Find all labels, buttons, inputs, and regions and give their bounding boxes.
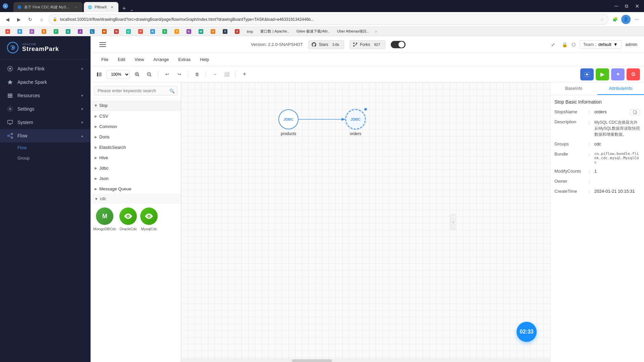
menu-extras[interactable]: Extras — [174, 55, 195, 64]
new-tab-btn[interactable]: ＋ — [121, 4, 127, 12]
close-btn[interactable]: ✕ — [635, 3, 639, 9]
flow-danger-btn[interactable]: ⚙ — [627, 68, 640, 80]
team-select[interactable]: Team : default ▼ — [580, 40, 622, 49]
collapse-right-panel-btn[interactable]: ‹ — [450, 214, 456, 230]
canvas-node-products[interactable]: JDBC products — [278, 109, 299, 136]
bookmark-k[interactable]: K — [184, 28, 194, 35]
elasticsearch-header[interactable]: ▶ ElasticSearch — [91, 142, 181, 153]
menu-toggle-btn[interactable] — [97, 39, 108, 50]
sidebar-item-flow[interactable]: Flow ▲ — [0, 129, 91, 142]
cdc-node-mongodbcdc[interactable]: M MongoDBCdc — [93, 207, 116, 231]
bookmark-uber[interactable]: Uber Athenax项目.. — [334, 28, 372, 35]
cdc-node-mysqlcdc[interactable]: MysqlCdc — [140, 207, 158, 231]
sidebar-item-apache-spark[interactable]: Apache Spark — [0, 75, 91, 89]
json-header[interactable]: ▶ Json — [91, 173, 181, 184]
extensions-btn[interactable]: 🧩 — [610, 15, 620, 24]
canvas-node-orders[interactable]: JDBC orders — [345, 109, 366, 136]
bookmarks-more[interactable]: » — [375, 29, 377, 34]
tab-baseinfo[interactable]: BaseInfo — [550, 82, 597, 95]
sidebar-item-flow-flow[interactable]: Flow — [0, 142, 91, 153]
minimize-btn[interactable]: ─ — [614, 3, 618, 9]
sidebar-item-resources[interactable]: Resources ▼ — [0, 89, 91, 102]
bookmark-e[interactable]: E — [39, 28, 49, 35]
flow-play-btn[interactable]: ▶ — [596, 68, 609, 80]
mq-header[interactable]: ▶ Message Queue — [91, 184, 181, 194]
tab-1-close[interactable]: ✕ — [74, 5, 78, 9]
zoom-select[interactable]: 100% 50% 75% 125% 150% 200% — [107, 70, 130, 79]
bookmark-d[interactable]: D — [27, 28, 37, 35]
delete-btn[interactable]: 🗑 — [192, 70, 202, 79]
dark-mode-toggle[interactable] — [391, 41, 406, 48]
bookmark-r[interactable]: R — [148, 28, 158, 35]
reload-btn[interactable]: ↻ — [25, 15, 35, 24]
cdc-section-header[interactable]: ▼ cdc — [91, 194, 181, 203]
bookmark-x[interactable]: X — [232, 28, 242, 35]
bookmark-l[interactable]: L — [87, 28, 97, 35]
menu-view[interactable]: View — [130, 55, 148, 64]
stopsname-copy-btn[interactable] — [630, 109, 640, 115]
cdc-node-oraclecdc[interactable]: OracleCdc — [119, 207, 137, 231]
restore-btn[interactable]: ⧉ — [625, 3, 628, 9]
arrow-btn[interactable]: → — [210, 70, 219, 79]
menu-help[interactable]: Help — [196, 55, 213, 64]
bookmark-m[interactable]: M — [99, 28, 109, 35]
addr-bookmark-btn[interactable]: ☆ — [600, 17, 604, 22]
tab-attributeinfo[interactable]: AttributeInfo — [597, 82, 644, 95]
sidebar-item-system[interactable]: System ▼ — [0, 116, 91, 129]
canvas-area[interactable]: JDBC products JDBC orders — [181, 82, 550, 362]
back-btn[interactable]: ◀ — [3, 15, 12, 24]
sidebar-item-settings[interactable]: Settings ▼ — [0, 102, 91, 116]
bookmark-apache[interactable]: 窗口数 | Apache.. — [258, 28, 291, 35]
bookmark-t[interactable]: T — [172, 28, 182, 35]
sidebar-item-apache-flink[interactable]: Apache Flink ▼ — [0, 62, 91, 75]
bookmark-y[interactable]: Y — [220, 28, 230, 35]
csv-header[interactable]: ▶ CSV — [91, 111, 181, 121]
bookmark-v[interactable]: V — [208, 28, 218, 35]
bookmark-p[interactable]: P — [136, 28, 146, 35]
zoom-in-btn[interactable] — [132, 70, 142, 79]
menu-arrange[interactable]: Arrange — [149, 55, 173, 64]
doris-header[interactable]: ▶ Doris — [91, 132, 181, 142]
sidebar-item-flow-group[interactable]: Group — [0, 153, 91, 163]
browser-tab-1[interactable]: 🔵 基于 Flink CDC 构建 MySQL 和 P ✕ — [13, 2, 83, 12]
bookmark-n[interactable]: N — [111, 28, 121, 35]
menu-edit[interactable]: Edit — [114, 55, 129, 64]
browser-tab-2[interactable]: 🌐 PiflowX ✕ — [84, 2, 118, 12]
bookmark-s[interactable]: S — [160, 28, 170, 35]
search-input[interactable] — [94, 86, 177, 96]
bookmark-b[interactable]: B — [15, 28, 25, 35]
common-header[interactable]: ▶ Common — [91, 121, 181, 132]
bookmark-j[interactable]: J — [75, 28, 85, 35]
panel-toggle-btn[interactable] — [95, 70, 104, 79]
bookmark-a[interactable]: A — [3, 28, 13, 35]
undo-btn[interactable]: ↩ — [162, 70, 172, 79]
flow-config-btn[interactable]: ✦ — [611, 68, 625, 80]
github-stars-btn[interactable]: Stars 3.6k — [308, 40, 344, 49]
browser-settings-btn[interactable]: ⋯ — [632, 15, 641, 24]
github-forks-btn[interactable]: Forks 927 — [350, 40, 385, 49]
hive-header[interactable]: ▶ Hive — [91, 153, 181, 163]
tab-chevron[interactable]: ⌄ — [130, 7, 134, 12]
canvas-scrollbar[interactable] — [181, 359, 550, 362]
tab-2-close[interactable]: ✕ — [110, 5, 114, 9]
flow-settings-btn[interactable] — [580, 68, 594, 80]
fullscreen-btn[interactable]: ⤢ — [548, 40, 558, 49]
home-btn[interactable]: ⌂ — [37, 15, 46, 24]
bookmark-o[interactable]: O — [123, 28, 133, 35]
bookmark-g[interactable]: G — [63, 28, 73, 35]
add-node-btn[interactable]: + — [240, 70, 249, 79]
redo-btn[interactable]: ↪ — [174, 70, 184, 79]
bookmark-w[interactable]: W — [196, 28, 206, 35]
forward-btn[interactable]: ▶ — [14, 15, 23, 24]
menu-file[interactable]: File — [97, 55, 112, 64]
zoom-out-btn[interactable] — [145, 70, 154, 79]
canvas-scrollbar-thumb[interactable] — [292, 359, 332, 362]
stop-section-header[interactable]: ▶ Stop — [91, 101, 181, 111]
bookmark-f[interactable]: F — [51, 28, 61, 35]
bookmark-tmp[interactable]: tmp — [244, 29, 256, 34]
shape-btn[interactable]: ⬜ — [222, 70, 231, 79]
jdbc-header[interactable]: ▶ Jdbc — [91, 163, 181, 173]
bookmark-gitee[interactable]: Gitee 极速下载/Ath.. — [294, 28, 332, 35]
address-bar[interactable]: 🔒 localhost:10001/#/flow/drawingBoard?sr… — [48, 14, 608, 25]
profile-btn[interactable]: 👤 — [621, 15, 631, 24]
